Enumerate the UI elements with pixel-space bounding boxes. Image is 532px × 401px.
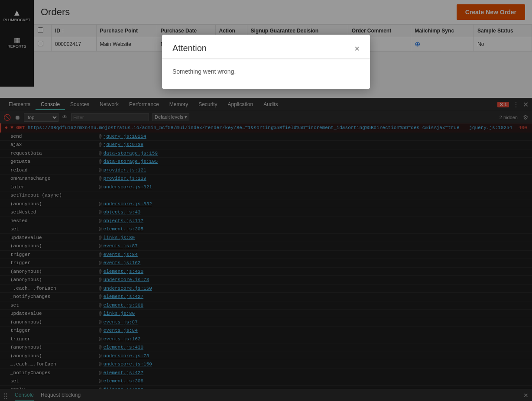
attention-modal: Attention × Something went wrong. [162, 35, 370, 89]
modal-message: Something went wrong. [172, 68, 236, 75]
modal-header: Attention × [162, 35, 370, 59]
modal-close-button[interactable]: × [354, 44, 360, 53]
modal-title: Attention [172, 43, 207, 53]
modal-body: Something went wrong. [162, 59, 370, 89]
modal-overlay: Attention × Something went wrong. [0, 0, 532, 401]
